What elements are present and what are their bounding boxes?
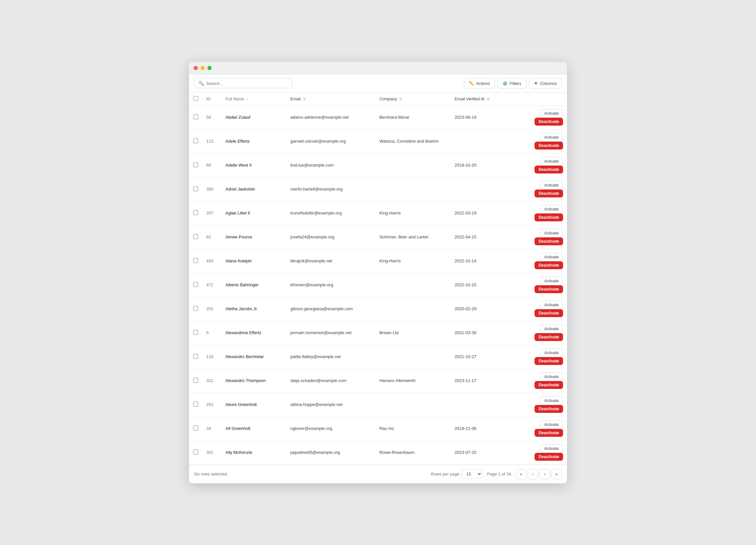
activate-button[interactable]: Activate [540, 396, 563, 405]
close-dot[interactable] [194, 66, 198, 70]
deactivate-button[interactable]: Deactivate [535, 333, 563, 341]
header-id: ID [202, 93, 221, 106]
last-page-button[interactable]: » [551, 469, 562, 479]
header-email-verified[interactable]: Email Verified At ⇅ [451, 93, 506, 106]
activate-button[interactable]: Activate [540, 444, 563, 453]
deactivate-button[interactable]: Deactivate [535, 285, 563, 293]
row-checkbox-cell [189, 177, 202, 201]
table-row: 201 Aletha Jacobs Jr. gibson.georgiana@e… [189, 297, 567, 321]
row-email: lind.lue@example.com [286, 153, 375, 177]
row-company [375, 273, 451, 297]
row-full-name: Alexis Greenholt [221, 392, 286, 416]
search-box[interactable]: 🔍 [194, 78, 293, 88]
activate-button[interactable]: Activate [540, 253, 563, 262]
deactivate-button[interactable]: Deactivate [535, 214, 563, 221]
activate-button[interactable]: Activate [540, 348, 563, 357]
row-id: 471 [202, 273, 221, 297]
row-checkbox[interactable] [193, 258, 198, 263]
activate-button[interactable]: Activate [540, 325, 563, 333]
header-email[interactable]: Email ⇅ [286, 93, 375, 106]
deactivate-button[interactable]: Deactivate [535, 309, 563, 317]
columns-button[interactable]: 👁 Columns [529, 78, 562, 89]
activate-button[interactable]: Activate [540, 157, 563, 166]
activate-button[interactable]: Activate [540, 205, 563, 214]
row-company [375, 153, 451, 177]
header-full-name[interactable]: Full Name ↑ [221, 93, 286, 106]
row-verified: 2022-10-15 [451, 273, 506, 297]
deactivate-button[interactable]: Deactivate [535, 453, 563, 461]
rows-per-page-select[interactable]: 10152550100 [461, 469, 482, 479]
deactivate-button[interactable]: Deactivate [535, 357, 563, 365]
row-company [375, 177, 451, 201]
activate-button[interactable]: Activate [540, 277, 563, 285]
maximize-dot[interactable] [207, 66, 212, 70]
row-full-name: Aletha Jacobs Jr. [221, 297, 286, 321]
filters-button[interactable]: ⚙️ Filters [497, 78, 526, 89]
deactivate-button[interactable]: Deactivate [535, 238, 563, 245]
row-checkbox[interactable] [193, 402, 198, 407]
row-checkbox-cell [189, 440, 202, 464]
activate-button[interactable]: Activate [540, 301, 563, 309]
row-checkbox[interactable] [193, 450, 198, 454]
row-actions: Activate Deactivate [505, 177, 567, 201]
row-checkbox[interactable] [193, 234, 198, 239]
deactivate-button[interactable]: Deactivate [535, 190, 563, 198]
row-verified [451, 129, 506, 153]
deactivate-button[interactable]: Deactivate [535, 142, 563, 150]
row-verified: 2021-10-27 [451, 345, 506, 368]
next-page-button[interactable]: › [539, 469, 550, 479]
row-email: pattie.flatley@example.net [286, 345, 375, 368]
activate-button[interactable]: Activate [540, 372, 563, 381]
row-company [375, 297, 451, 321]
row-checkbox[interactable] [193, 282, 198, 287]
row-checkbox[interactable] [193, 115, 198, 119]
activate-button[interactable]: Activate [540, 133, 563, 142]
footer-right: Rows per page 10152550100 Page 1 of 34 «… [431, 469, 562, 479]
row-full-name: Adriel Jaskolski [221, 177, 286, 201]
rows-per-page-control: Rows per page 10152550100 [431, 469, 482, 479]
deactivate-button[interactable]: Deactivate [535, 166, 563, 174]
row-checkbox[interactable] [193, 306, 198, 311]
select-all-checkbox[interactable] [193, 96, 198, 101]
row-checkbox[interactable] [193, 330, 198, 335]
prev-page-button[interactable]: ‹ [528, 469, 538, 479]
activate-button[interactable]: Activate [540, 420, 563, 429]
deactivate-button[interactable]: Deactivate [535, 381, 563, 389]
row-verified: 2023-06-19 [451, 105, 506, 129]
deactivate-button[interactable]: Deactivate [535, 405, 563, 413]
row-email: trunolfsdottir@example.org [286, 201, 375, 225]
row-checkbox-cell [189, 105, 202, 129]
header-actions [505, 93, 567, 106]
row-checkbox[interactable] [193, 378, 198, 383]
row-checkbox[interactable] [193, 354, 198, 359]
main-window: 🔍 ✏️ Actions ⚙️ Filters 👁 Columns [189, 62, 567, 483]
row-checkbox-cell [189, 129, 202, 153]
first-page-button[interactable]: « [516, 469, 526, 479]
row-checkbox[interactable] [193, 210, 198, 215]
row-id: 454 [202, 249, 221, 273]
activate-button[interactable]: Activate [540, 109, 563, 118]
table-row: 321 Alexandro Thompson daija.schaden@exa… [189, 368, 567, 392]
actions-button[interactable]: ✏️ Actions [464, 78, 495, 89]
row-checkbox-cell [189, 273, 202, 297]
table-row: 110 Alexandro Bechtelar pattie.flatley@e… [189, 345, 567, 368]
row-checkbox[interactable] [193, 162, 198, 167]
activate-button[interactable]: Activate [540, 229, 563, 238]
row-checkbox[interactable] [193, 426, 198, 430]
header-company[interactable]: Company ⇅ [375, 93, 451, 106]
activate-button[interactable]: Activate [540, 181, 563, 190]
deactivate-button[interactable]: Deactivate [535, 262, 563, 269]
row-verified: 2022-03-19 [451, 201, 506, 225]
search-input[interactable] [206, 81, 288, 86]
deactivate-button[interactable]: Deactivate [535, 429, 563, 437]
row-full-name: Alexandro Bechtelar [221, 345, 286, 368]
row-checkbox[interactable] [193, 138, 198, 143]
row-id: 201 [202, 297, 221, 321]
row-id: 58 [202, 105, 221, 129]
row-actions: Activate Deactivate [505, 105, 567, 129]
deactivate-button[interactable]: Deactivate [535, 118, 563, 126]
toolbar-buttons: ✏️ Actions ⚙️ Filters 👁 Columns [464, 78, 562, 89]
row-checkbox[interactable] [193, 186, 198, 191]
minimize-dot[interactable] [200, 66, 205, 70]
row-id: 321 [202, 368, 221, 392]
